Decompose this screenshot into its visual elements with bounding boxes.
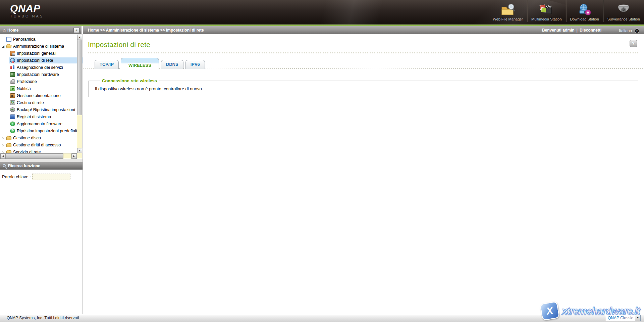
tree-item-label: Impostazioni di rete — [17, 58, 53, 63]
station-label: Multimedia Station — [531, 17, 562, 21]
sidebar-header-label: Home — [7, 28, 18, 33]
qnap-logo: QNAP TURBO NAS — [10, 3, 44, 18]
breadcrumb: Home >> Amministrazione di sistema >> Im… — [88, 28, 204, 33]
tree-collapsed-icon[interactable]: ▷ — [1, 143, 5, 147]
tree-item-label: Panoramica — [13, 37, 36, 42]
notification-icon — [10, 86, 15, 91]
station-shortcuts: Web File ManagerMultimedia StationDownlo… — [489, 0, 644, 22]
wireless-connection-groupbox: Connessione rete wireless Il dispositivo… — [88, 78, 638, 97]
web-file-manager-icon — [500, 3, 516, 17]
theme-select[interactable]: QNAP Classic ▼ — [606, 315, 641, 321]
tree-item-registri-di-sistema[interactable]: Registri di sistema — [0, 113, 83, 120]
tree-item-body[interactable]: Cestino di rete — [9, 100, 83, 106]
tree-item-impostazioni-hardware[interactable]: Impostazioni hardware — [0, 71, 83, 78]
network-settings-icon — [10, 58, 15, 63]
scroll-up-button[interactable]: ▲ — [77, 35, 82, 40]
tree-item-body[interactable]: Panoramica — [5, 36, 83, 42]
tree-item-label: Protezione — [17, 79, 37, 84]
tree-item-gestione-diritti-di-accesso[interactable]: ▷Gestione diritti di accesso — [0, 141, 83, 148]
navigation-tree: Panoramica◢Amministrazione di sistemaImp… — [0, 34, 83, 155]
logout-link[interactable]: Disconnetti — [580, 28, 601, 33]
tree-item-label: Assegnazione dei servizi — [17, 65, 63, 70]
tree-item-body[interactable]: Impostazioni di rete — [9, 57, 83, 63]
tree-item-notifica[interactable]: Notifica — [0, 85, 83, 92]
overview-icon — [6, 37, 11, 42]
surveillance-station-icon — [615, 3, 632, 17]
tab-wireless[interactable]: WIRELESS — [121, 58, 159, 70]
tree-item-aggiornamento-firmware[interactable]: Aggiornamento firmware — [0, 120, 83, 127]
tree-item-label: Registri di sistema — [17, 114, 51, 119]
keyword-input[interactable] — [32, 174, 70, 180]
tree-item-panoramica[interactable]: Panoramica — [0, 36, 83, 43]
tree-item-assegnazione-dei-servizi[interactable]: Assegnazione dei servizi — [0, 64, 83, 71]
station-download-station[interactable]: Download Station — [566, 0, 603, 22]
tree-item-body[interactable]: Impostazioni generali — [9, 50, 83, 56]
language-selector[interactable]: Italiano ▼ — [619, 29, 639, 33]
tree-item-body[interactable]: Gestione diritti di accesso — [5, 142, 83, 148]
tree-item-label: Gestione alimentazione — [17, 93, 61, 98]
tree-item-label: Amministrazione di sistema — [13, 44, 64, 49]
tab-ddns[interactable]: DDNS — [161, 60, 183, 69]
sidebar: Panoramica◢Amministrazione di sistemaImp… — [0, 34, 83, 314]
theme-select-dropdown-icon[interactable]: ▼ — [635, 315, 640, 321]
tree-item-amministrazione-di-sistema[interactable]: ◢Amministrazione di sistema — [0, 43, 83, 50]
tree-item-label: Aggiornamento firmware — [17, 122, 62, 126]
tree-item-cestino-di-rete[interactable]: Cestino di rete — [0, 99, 83, 106]
tree-item-label: Backup/ Ripristina impostazioni — [17, 107, 75, 112]
hardware-icon — [10, 72, 15, 77]
scroll-left-button[interactable]: ◀ — [0, 153, 6, 159]
tree-horizontal-scrollbar[interactable]: ◀ ▶ — [0, 153, 77, 158]
station-surveillance-station[interactable]: Surveillance Station — [603, 0, 644, 22]
tree-expanded-icon[interactable]: ◢ — [1, 45, 5, 48]
qnap-logo-text: QNAP — [10, 3, 44, 12]
tree-item-body[interactable]: Ripristina impostazioni predefinite — [9, 128, 83, 134]
search-icon — [3, 164, 6, 167]
help-button[interactable]: ? — [630, 40, 637, 47]
tree-item-body[interactable]: Backup/ Ripristina impostazioni — [9, 107, 83, 113]
station-multimedia-station[interactable]: Multimedia Station — [527, 0, 566, 22]
tree-item-body[interactable]: Gestione disco — [5, 135, 83, 141]
tree-item-impostazioni-di-rete[interactable]: Impostazioni di rete — [0, 57, 83, 64]
footer: QNAP Systems, Inc. Tutti i diritti riser… — [0, 314, 644, 322]
tree-item-backup-ripristina-impostazioni[interactable]: Backup/ Ripristina impostazioni — [0, 106, 83, 113]
tree-item-label: Impostazioni hardware — [17, 72, 59, 77]
tree-vertical-scrollbar[interactable]: ▲ ▼ — [77, 35, 82, 153]
turbo-nas-subtitle: TURBO NAS — [10, 14, 44, 18]
tree-item-ripristina-impostazioni-predefinite[interactable]: Ripristina impostazioni predefinite — [0, 127, 83, 134]
vertical-scroll-thumb[interactable] — [77, 40, 82, 115]
tab-ipv6[interactable]: IPV6 — [185, 60, 205, 69]
folder-open-icon — [6, 45, 11, 48]
services-icon — [10, 65, 15, 70]
copyright-text: QNAP Systems, Inc. Tutti i diritti riser… — [0, 314, 644, 322]
sidebar-empty-area — [0, 185, 83, 314]
tree-item-impostazioni-generali[interactable]: Impostazioni generali — [0, 50, 83, 57]
tree-item-body[interactable]: Impostazioni hardware — [9, 72, 83, 78]
scroll-right-button[interactable]: ▶ — [71, 153, 77, 159]
scroll-down-button[interactable]: ▼ — [77, 148, 82, 153]
sidebar-collapse-button[interactable]: « — [73, 27, 79, 33]
tree-item-label: Notifica — [17, 86, 31, 91]
tree-item-body[interactable]: Aggiornamento firmware — [9, 121, 83, 127]
tree-item-gestione-alimentazione[interactable]: Gestione alimentazione — [0, 92, 83, 99]
station-web-file-manager[interactable]: Web File Manager — [489, 0, 527, 22]
general-settings-icon — [10, 51, 15, 56]
scrollbar-corner — [77, 153, 82, 158]
tree-item-body[interactable]: Protezione — [9, 79, 83, 85]
tab-tcp-ip[interactable]: TCP/IP — [95, 60, 119, 69]
page-title: Impostazioni di rete — [88, 41, 639, 49]
keyword-label: Parola chiave : — [2, 174, 31, 179]
panel-gap — [0, 159, 83, 162]
tree-item-body[interactable]: Gestione alimentazione — [9, 93, 83, 99]
language-dropdown-icon[interactable]: ▼ — [635, 29, 639, 33]
backup-icon — [10, 107, 15, 112]
tree-item-body[interactable]: Assegnazione dei servizi — [9, 64, 83, 71]
tree-item-protezione[interactable]: Protezione — [0, 78, 83, 85]
tree-collapsed-icon[interactable]: ▷ — [1, 136, 5, 140]
tree-item-body[interactable]: Registri di sistema — [9, 114, 83, 120]
recycle-icon — [10, 100, 15, 105]
tree-item-body[interactable]: Notifica — [9, 86, 83, 92]
theme-select-value: QNAP Classic — [606, 316, 635, 320]
tree-item-gestione-disco[interactable]: ▷Gestione disco — [0, 134, 83, 141]
horizontal-scroll-thumb[interactable] — [6, 153, 63, 159]
tree-item-body[interactable]: Amministrazione di sistema — [5, 43, 83, 49]
